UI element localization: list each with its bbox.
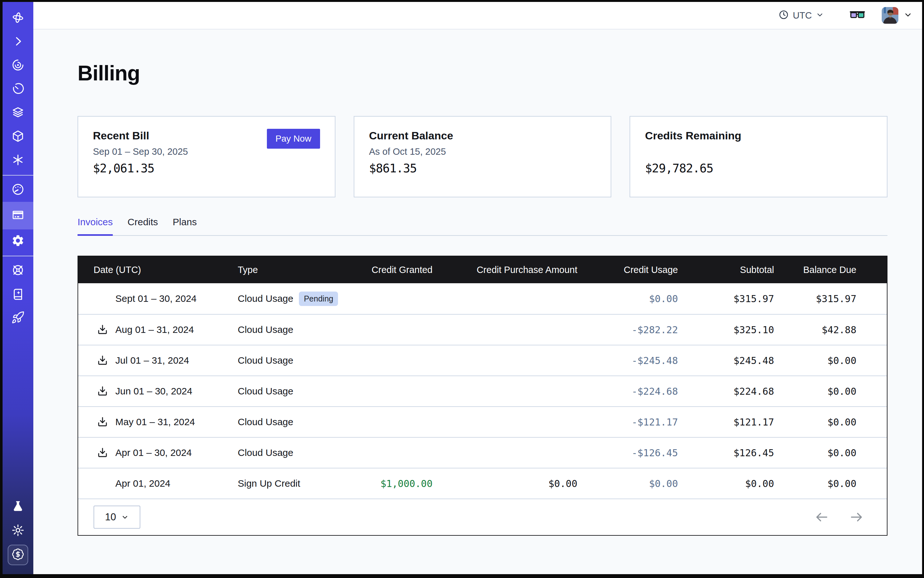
rocket-icon [11, 311, 25, 326]
invoice-date: Apr 01, 2024 [115, 478, 171, 489]
flask-icon [11, 500, 25, 515]
sidebar-spacer [3, 330, 33, 495]
chevron-down-icon [121, 513, 129, 521]
invoice-type: Cloud Usage [238, 447, 293, 458]
next-page-arrow-icon[interactable] [849, 510, 864, 524]
column-header: Credit Granted [369, 265, 432, 275]
previous-page-arrow-icon[interactable] [814, 510, 829, 524]
billing-page: Billing Recent Bill Sep 01 – Sep 30, 202… [33, 29, 922, 574]
chevron-down-icon [816, 11, 824, 20]
subtotal-value: $126.45 [678, 447, 774, 458]
sidebar-item-settings[interactable] [3, 229, 33, 253]
timezone-label: UTC [792, 10, 812, 21]
gauge-icon [11, 183, 25, 197]
orbit-logo-icon [11, 11, 25, 26]
download-invoice-icon[interactable] [97, 355, 108, 366]
sidebar-item-history[interactable] [3, 78, 33, 101]
subtotal-value: $0.00 [678, 478, 774, 489]
avatar[interactable] [882, 7, 898, 24]
sidebar-item-collapse[interactable] [3, 30, 33, 54]
invoice-type: Cloud Usage [238, 293, 293, 304]
sidebar-item-support[interactable] [3, 259, 33, 283]
sidebar-item-observability[interactable] [3, 54, 33, 78]
helm-icon [11, 263, 25, 278]
3d-glasses-icon[interactable] [850, 11, 865, 20]
timer-icon [11, 82, 25, 97]
sidebar-item-labs[interactable] [3, 495, 33, 519]
recent-bill-card: Recent Bill Sep 01 – Sep 30, 2025 $2,061… [78, 116, 335, 197]
download-invoice-icon[interactable] [97, 478, 108, 489]
table-row: Jul 01 – 31, 2024 Cloud Usage -$245.48 $… [78, 345, 887, 375]
download-invoice-icon[interactable] [97, 416, 108, 428]
invoice-date: Jun 01 – 30, 2024 [115, 386, 192, 397]
sidebar-item-launch[interactable] [3, 306, 33, 330]
card-title: Current Balance [369, 130, 596, 142]
book-sparkle-icon [11, 287, 25, 302]
timezone-selector[interactable]: UTC [779, 10, 824, 21]
dollar-badge-icon [11, 548, 24, 562]
pay-now-button[interactable]: Pay Now [267, 129, 320, 149]
download-invoice-icon[interactable] [97, 447, 108, 458]
card-subtitle: As of Oct 15, 2025 [369, 146, 596, 157]
download-invoice-icon[interactable] [97, 385, 108, 397]
tab-invoices[interactable]: Invoices [78, 217, 113, 236]
credit-usage-value: -$126.45 [577, 447, 678, 458]
status-badge: Pending [299, 292, 338, 306]
column-header: Balance Due [774, 265, 887, 275]
chevron-down-icon[interactable] [903, 10, 913, 21]
sidebar-item-credits[interactable] [8, 545, 28, 565]
credit-purchase-value: $0.00 [432, 478, 577, 489]
tab-credits[interactable]: Credits [128, 217, 158, 235]
page-title: Billing [78, 61, 887, 85]
cube-icon [11, 130, 25, 144]
layers-icon [11, 106, 25, 120]
subtotal-value: $121.17 [678, 417, 774, 428]
sidebar-item-usage[interactable] [3, 178, 33, 202]
balance-due-value: $315.97 [774, 293, 887, 304]
sidebar-item-layers[interactable] [3, 101, 33, 125]
subtotal-value: $315.97 [678, 293, 774, 304]
sidebar-item-functions[interactable] [3, 149, 33, 172]
table-row: Sept 01 – 30, 2024 Cloud Usage Pending $… [78, 283, 887, 314]
sidebar-divider [3, 175, 33, 175]
invoice-type: Cloud Usage [238, 417, 293, 427]
card-amount: $29,782.65 [645, 161, 872, 175]
balance-due-value: $0.00 [774, 355, 887, 366]
credits-remaining-card: Credits Remaining $29,782.65 [630, 116, 887, 197]
column-header: Credit Usage [577, 265, 678, 275]
table-pagination: 10 [78, 498, 887, 535]
summary-cards: Recent Bill Sep 01 – Sep 30, 2025 $2,061… [78, 116, 887, 197]
download-invoice-icon[interactable] [97, 293, 108, 304]
topbar: UTC [33, 2, 922, 29]
sun-icon [11, 524, 25, 538]
column-header: Credit Purchase Amount [432, 265, 577, 275]
balance-due-value: $0.00 [774, 478, 887, 489]
spiral-icon [11, 58, 25, 73]
column-header: Date (UTC) [78, 265, 238, 275]
sidebar-item-theme[interactable] [3, 519, 33, 543]
balance-due-value: $0.00 [774, 447, 887, 458]
tab-plans[interactable]: Plans [173, 217, 197, 235]
subtotal-value: $224.68 [678, 386, 774, 397]
invoice-date: Sept 01 – 30, 2024 [115, 293, 197, 304]
invoice-date: Jul 01 – 31, 2024 [115, 355, 189, 366]
invoice-type: Cloud Usage [238, 355, 293, 366]
sidebar-item-billing[interactable] [3, 202, 33, 229]
page-size-select[interactable]: 10 [94, 506, 140, 529]
sidebar [3, 2, 33, 574]
balance-due-value: $42.88 [774, 324, 887, 336]
chevron-right-icon [11, 35, 25, 49]
invoice-date: May 01 – 31, 2024 [115, 417, 195, 427]
invoices-table: Date (UTC) Type Credit Granted Credit Pu… [78, 256, 887, 536]
main-area: UTC [33, 2, 922, 574]
credit-usage-value: $0.00 [577, 293, 678, 304]
sidebar-item-logo[interactable] [3, 6, 33, 30]
sidebar-item-docs[interactable] [3, 283, 33, 306]
sidebar-divider [3, 256, 33, 257]
table-body: Sept 01 – 30, 2024 Cloud Usage Pending $… [78, 283, 887, 498]
credit-usage-value: -$282.22 [577, 324, 678, 336]
credit-granted-value: $1,000.00 [369, 478, 432, 489]
card-amount: $861.35 [369, 161, 596, 175]
sidebar-item-volumes[interactable] [3, 125, 33, 149]
download-invoice-icon[interactable] [97, 324, 108, 336]
